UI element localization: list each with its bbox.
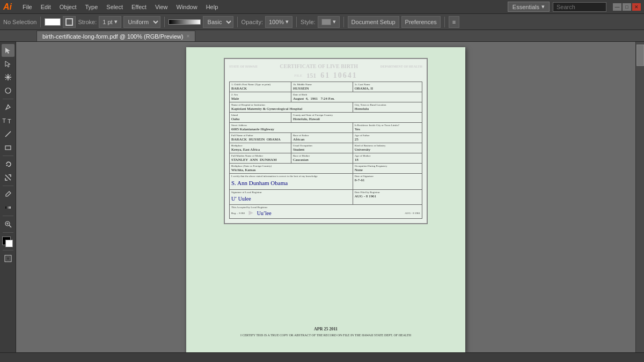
cert-number: 61 10641: [320, 71, 357, 80]
stroke-label: Stroke:: [78, 19, 97, 25]
document-tab[interactable]: birth-certificate-long-form.pdf @ 100% (…: [36, 31, 195, 41]
county-value: Honolulu, Hawaii: [293, 117, 420, 121]
mother-name-value: STANLEY ANN DUNHAM: [231, 158, 289, 162]
street-label: Street Address: [231, 124, 351, 127]
svg-rect-17: [6, 257, 10, 260]
menu-edit[interactable]: Edit: [36, 3, 55, 11]
svg-rect-16: [5, 255, 11, 262]
date-label: Date of Birth: [293, 93, 420, 96]
fill-color-swatch[interactable]: [45, 18, 61, 26]
mother-name-label: Full Maiden Name of Mother: [231, 154, 289, 157]
rotate-tool[interactable]: [2, 158, 14, 171]
minimize-button[interactable]: —: [613, 3, 621, 11]
pen-tool[interactable]: [2, 101, 14, 114]
style-select[interactable]: ▾: [318, 16, 340, 28]
tab-close-button[interactable]: ×: [186, 33, 189, 39]
stamp-text: I CERTIFY THIS IS A TRUE COPY OR ABSTRAC…: [224, 334, 428, 337]
father-employer-value: University: [355, 147, 420, 152]
mother-age-label: Age of Mother: [355, 154, 420, 157]
opacity-value: 100%: [269, 19, 284, 25]
stroke-width-input[interactable]: 1 pt ▾: [99, 16, 121, 28]
close-button[interactable]: ✕: [632, 3, 641, 11]
magic-wand-tool[interactable]: [2, 71, 14, 84]
menu-view[interactable]: View: [151, 3, 172, 11]
canvas-area[interactable]: STATE OF HAWAII CERTIFICATE OF LIVE BIRT…: [16, 42, 644, 362]
father-birthplace-value: Kenya, East Africa: [231, 147, 289, 152]
mother-race-value: Caucasian: [293, 158, 351, 162]
menu-file[interactable]: File: [18, 3, 36, 11]
preferences-button[interactable]: Preferences: [401, 16, 441, 28]
registrar-signature: Uʻ Uulee: [231, 196, 351, 202]
no-selection-label: No Selection: [3, 19, 36, 25]
svg-line-13: [9, 225, 11, 227]
file-number: 151: [306, 72, 316, 80]
svg-line-7: [5, 131, 11, 137]
date-value: August 4, 1961 7:24 P.m.: [293, 97, 420, 101]
svg-point-4: [5, 88, 11, 93]
date-accepted: AUG - 8 1961: [405, 212, 420, 215]
type-tool[interactable]: T T: [2, 114, 14, 127]
stroke-style-select[interactable]: Basic: [203, 16, 233, 28]
child-last-value: OBAMA, II: [355, 86, 420, 91]
vertical-scrollbar-thumb[interactable]: [636, 45, 644, 66]
extra-options[interactable]: ≡: [449, 16, 459, 28]
mother-age-value: 18: [355, 158, 420, 162]
mother-occupation-value: None: [355, 168, 420, 172]
child-middle-value: HUSSEIN: [293, 86, 351, 91]
stroke-color-swatch[interactable]: [63, 16, 76, 28]
line-tool[interactable]: [2, 128, 14, 141]
menu-type[interactable]: Type: [81, 3, 103, 11]
essentials-button[interactable]: Essentials ▾: [508, 2, 550, 12]
stamp-date: APR 25 2011: [224, 327, 428, 331]
registrar-label: Signature of Local Registrar: [231, 191, 351, 194]
menu-help[interactable]: Help: [202, 3, 223, 11]
menu-effect[interactable]: Effect: [127, 3, 151, 11]
sex-label: 2. Sex: [231, 93, 289, 96]
mother-birthplace-label: Birthplace (State or Foreign Country): [231, 165, 351, 167]
date-filed-value: AUG - 8 1961: [355, 194, 420, 198]
toolbox: T T: [0, 42, 16, 362]
opacity-label: Opacity:: [241, 19, 263, 25]
cert-dept: DEPARTMENT OF HEALTH: [380, 65, 422, 68]
father-race-label: Race of Father: [293, 134, 351, 137]
selection-tool[interactable]: [2, 44, 14, 57]
father-birthplace-label: Birthplace: [231, 144, 289, 147]
canvas-scroll: STATE OF HAWAII CERTIFICATE OF LIVE BIRT…: [16, 42, 644, 362]
gradient-tool[interactable]: [2, 201, 14, 214]
rectangle-tool[interactable]: [2, 141, 14, 154]
search-input[interactable]: [553, 2, 606, 12]
style-label: Style:: [301, 19, 316, 25]
direct-selection-tool[interactable]: [2, 57, 14, 70]
menu-window[interactable]: Window: [172, 3, 202, 11]
svg-marker-9: [6, 165, 8, 166]
main-layout: T T: [0, 42, 644, 362]
date-filed-label: Date Filed by Registrar: [355, 191, 420, 194]
document-setup-button[interactable]: Document Setup: [348, 16, 399, 28]
menu-bar: Ai File Edit Object Type Select Effect V…: [0, 0, 644, 14]
page-container: STATE OF HAWAII CERTIFICATE OF LIVE BIRT…: [186, 47, 465, 353]
menu-object[interactable]: Object: [55, 3, 81, 11]
scale-tool[interactable]: [2, 171, 14, 184]
child-first-label: 1. Child's First Name (Type or print): [231, 83, 289, 86]
sex-value: Male: [231, 97, 289, 101]
father-age-label: Age of Father: [355, 134, 420, 137]
svg-line-10: [5, 175, 11, 180]
zoom-tool[interactable]: [2, 218, 14, 231]
street-value: 6085 Kalanianaole Highway: [231, 127, 351, 131]
opacity-input[interactable]: 100% ▾: [265, 16, 292, 28]
background-color[interactable]: [5, 240, 13, 247]
father-name-label: Full Name of Father: [231, 134, 289, 137]
eyedropper-tool[interactable]: [2, 188, 14, 201]
cert-title: CERTIFICATE OF LIVE BIRTH: [258, 63, 380, 69]
local-registrar-signature: Uuʻlee: [257, 210, 272, 216]
maximize-button[interactable]: □: [623, 3, 631, 11]
parent-signature: S. Ann Dunham Obama: [231, 180, 351, 186]
artboard-tool[interactable]: [2, 252, 14, 265]
hospital-label: Name of Hospital or Institution: [231, 104, 351, 106]
control-toolbar: No Selection Stroke: 1 pt ▾ Uniform Basi…: [0, 14, 644, 30]
menu-select[interactable]: Select: [102, 3, 127, 11]
vertical-scrollbar[interactable]: [635, 42, 644, 353]
child-middle-label: 1b. Middle Name: [293, 83, 351, 86]
stroke-type-select[interactable]: Uniform: [123, 16, 160, 28]
lasso-tool[interactable]: [2, 84, 14, 97]
